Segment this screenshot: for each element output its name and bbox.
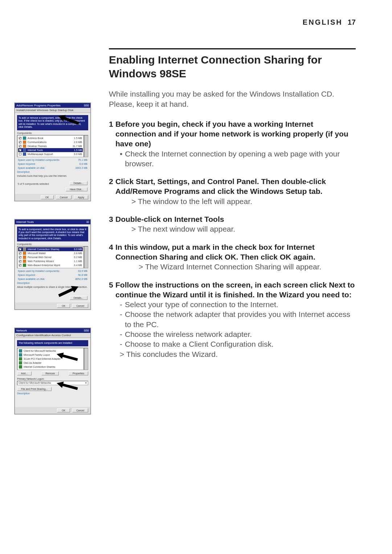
step-title: Click Start, Settings, and Control Panel… [115,176,356,196]
thumbnail-add-remove-programs: Add/Remove Programs Properties☒☒ Install… [15,103,91,201]
description-label: Description [17,282,88,284]
details-button: Details... [70,296,87,300]
step-3: 3 Double-click on Internet Tools The nex… [109,214,356,234]
components-label: Components: [17,243,88,245]
close-icon: ☒☒ [84,329,89,332]
dialog-instruction: To add a component, select the check box… [17,227,88,242]
step-number: 5 [109,280,115,300]
have-disk-button: Have Disk... [66,187,87,191]
step-result: The window to the left will appear. [109,196,356,206]
count-label: 5 of 5 components selected [18,183,49,185]
page-number: 17 [348,18,356,26]
description-label: Description [17,171,88,173]
step-number: 1 [109,119,115,149]
list-item: Client for Microsoft Networks [18,349,83,353]
step-dash-item: -Select your type of connection to the I… [109,300,356,309]
logon-label: Primary Network Logon: [17,378,88,380]
components-label: Components: [17,132,88,134]
scrollbar [84,135,88,157]
components-list: Internet Connection Sharing0.0 MB Micros… [17,246,84,268]
dialog-tabs: Install/Uninstall Windows Setup Startup … [15,108,90,113]
page-title: Enabling Internet Connection Sharing for… [109,53,356,80]
network-components-list: Client for Microsoft Networks Microsoft … [17,348,84,370]
screenshot-column: Add/Remove Programs Properties☒☒ Install… [15,48,98,432]
list-item: Microsoft Wallet2.8 MB [18,251,83,255]
step-title: Double-click on Internet Tools [115,214,356,224]
step-title: Follow the instructions on the screen, i… [115,280,356,300]
step-number: 4 [109,242,115,262]
list-item: Address Book1.5 MB [18,136,83,140]
ok-button: OK [41,195,54,199]
close-icon: ☒ [86,220,89,224]
cancel-button: Cancel [72,304,88,308]
intro-paragraph: While installing you may be asked for th… [109,89,356,110]
cancel-button: Cancel [72,408,88,412]
cancel-button: Cancel [56,195,72,199]
space-stats: Space used by installed components:75.1 … [17,159,88,169]
step-title: In this window, put a mark in the check … [115,242,356,262]
scrollbar [84,246,88,268]
add-button: Add... [17,371,32,375]
dialog-titlebar: Network☒☒ [15,328,90,333]
step-result: The next window will appear. [109,224,356,234]
step-dash-item: -Choose the network adapter that provide… [109,309,356,329]
dialog-instruction: To add or remove a component, select or … [17,115,88,130]
file-print-sharing-button: File and Print Sharing... [17,387,52,391]
title-divider [109,48,356,49]
list-label: The following network components are ins… [17,340,88,346]
ok-button: OK [57,408,70,412]
space-stats: Space used by installed components:63.9 … [17,270,88,280]
page-header: ENGLISH17 [15,18,356,27]
step-5: 5 Follow the instructions on the screen,… [109,280,356,359]
list-item: Communications2.6 MB [18,140,83,144]
apply-button: Apply [74,195,88,199]
thumbnail-internet-tools: Internet Tools☒ To add a component, sele… [15,219,91,310]
description-text: Includes tools that help you use the Int… [17,175,88,177]
dialog-tabs: Configuration Identification Access Cont… [15,333,90,338]
list-item: Web Publishing Wizard1.1 MB [18,259,83,263]
list-item: 3Com PCI Fast Ethernet Adapter [18,357,83,361]
language-label: ENGLISH [303,18,343,26]
step-number: 2 [109,176,115,196]
ok-button: OK [57,304,70,308]
dialog-titlebar: Add/Remove Programs Properties☒☒ [15,103,90,108]
list-item-selected: Internet Tools1.5 MB [18,148,83,152]
list-item: Dial-Up Adapter [18,361,83,365]
description-text: Allow multiple computers to share a sing… [17,286,88,288]
step-result: The Wizard Internet Connection Sharing w… [109,262,356,272]
logon-dropdown: Client for Microsoft Networks▾ [17,381,88,385]
properties-button: Properties [69,371,88,375]
description-label: Description [17,392,88,395]
step-4: 4 In this window, put a mark in the chec… [109,242,356,272]
dialog-titlebar: Internet Tools☒ [15,220,90,224]
step-2: 2 Click Start, Settings, and Control Pan… [109,176,356,206]
step-result: This concludes the Wizard. [109,349,356,359]
chevron-down-icon: ▾ [85,382,87,384]
list-item-selected: Internet Connection Sharing0.0 MB [18,247,83,251]
components-list: Address Book1.5 MB Communications2.6 MB … [17,135,84,157]
list-item: Microsoft Family Logon [18,353,83,357]
scrollbar [84,348,88,370]
details-button: Details... [70,181,87,185]
remove-button: Remove [41,371,59,375]
list-item: Multilanguage Support0.0 MB [18,152,83,156]
text-column: Enabling Internet Connection Sharing for… [109,48,356,432]
close-icon: ☒☒ [84,104,89,107]
step-1: 1 Before you begin, check if you have a … [109,119,356,168]
list-item: Desktop Themes31.7 MB [18,144,83,148]
list-item: Internet Connection Sharing [18,365,83,369]
step-dash-item: -Choose the wireless network adapter. [109,329,356,339]
list-item: Personal Web Server0.2 MB [18,255,83,259]
step-bullet: •Check the Internet connection by openin… [109,149,356,169]
step-dash-item: -Choose to make a Client Configuration d… [109,339,356,349]
list-item: Web-Based Enterprise Mgmt6.4 MB [18,263,83,267]
step-title: Before you begin, check if you have a wo… [115,119,356,149]
step-number: 3 [109,214,115,224]
thumbnail-network: Network☒☒ Configuration Identification A… [15,328,91,414]
